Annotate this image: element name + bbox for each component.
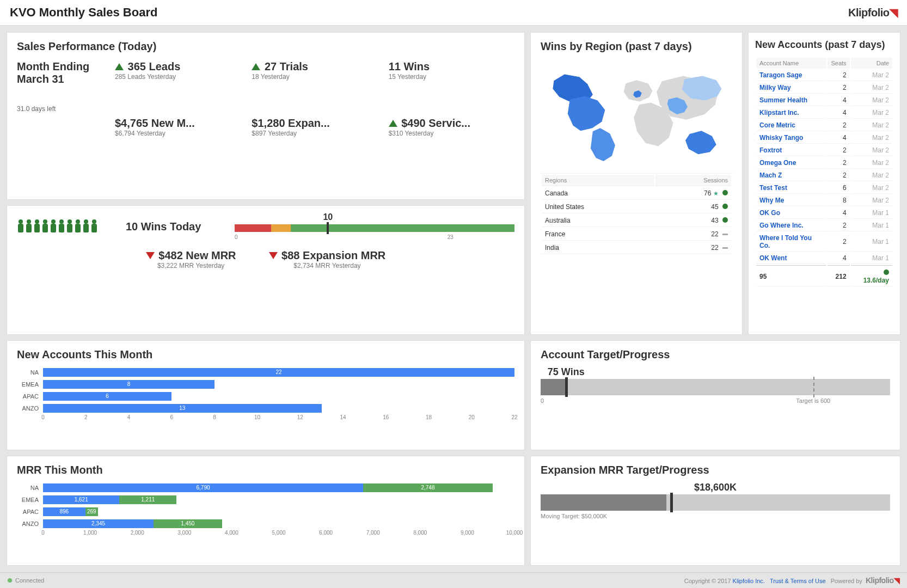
account-name[interactable]: Whisky Tango <box>756 132 826 144</box>
sales-performance-card: Sales Performance (Today) Month Ending M… <box>7 32 525 200</box>
account-date: Mar 2 <box>851 82 892 94</box>
person-icon <box>82 219 90 234</box>
person-icon <box>33 219 41 234</box>
account-seats: 2 <box>828 82 849 94</box>
account-date: Mar 2 <box>851 157 892 169</box>
account-name[interactable]: Where I Told You Co. <box>756 232 826 252</box>
account-name[interactable]: Taragon Sage <box>756 70 826 81</box>
trust-link[interactable]: Trust & Terms of Use <box>770 578 826 584</box>
person-icon <box>66 219 73 234</box>
account-row[interactable]: Go Where Inc.2Mar 1 <box>756 220 892 231</box>
connected-icon <box>8 578 12 583</box>
account-row[interactable]: Mach Z2Mar 2 <box>756 170 892 181</box>
connection-status: Connected <box>8 577 44 584</box>
up-arrow-icon <box>389 120 397 127</box>
account-seats: 6 <box>828 182 849 194</box>
mrr-sub: $2,734 MRR Yesterday <box>269 262 386 270</box>
bar-label: NA <box>17 369 43 376</box>
account-name[interactable]: Foxtrot <box>756 145 826 156</box>
account-date: Mar 2 <box>851 145 892 156</box>
account-seats: 4 <box>828 132 849 144</box>
days-left: 31.0 days left <box>17 105 104 113</box>
account-name[interactable]: Test Test <box>756 182 826 194</box>
accounts-total-seats: 212 <box>828 265 849 286</box>
trend-up-icon <box>722 217 728 223</box>
trend-up-icon <box>722 190 728 195</box>
trend-up-icon <box>722 204 728 209</box>
account-name[interactable]: Omega One <box>756 157 826 169</box>
metric-sub: 18 Yesterday <box>252 73 377 81</box>
new-accounts-chart-card: New Accounts This Month NA 22 EMEA 8 APA… <box>7 340 525 450</box>
account-row[interactable]: Summer Health4Mar 2 <box>756 95 892 106</box>
region-table: Regions Sessions Canada76 ★ United State… <box>541 173 732 255</box>
bar-row: APAC 896 269 <box>17 506 514 518</box>
company-link[interactable]: Klipfolio Inc. <box>733 578 765 584</box>
bar-row: ANZO 13 <box>17 402 514 414</box>
account-row[interactable]: Milky Way2Mar 2 <box>756 82 892 94</box>
account-seats: 2 <box>828 120 849 131</box>
account-row[interactable]: Foxtrot2Mar 2 <box>756 145 892 156</box>
account-name[interactable]: Go Where Inc. <box>756 220 826 231</box>
account-name[interactable]: Summer Health <box>756 95 826 106</box>
account-row[interactable]: Where I Told You Co.2Mar 1 <box>756 232 892 252</box>
account-seats: 2 <box>828 145 849 156</box>
account-date: Mar 2 <box>851 132 892 144</box>
account-date: Mar 1 <box>851 207 892 219</box>
region-row: Canada76 ★ <box>542 187 731 200</box>
account-name[interactable]: Mach Z <box>756 170 826 181</box>
account-row[interactable]: Omega One2Mar 2 <box>756 157 892 169</box>
month-ending-label: Month Ending March 31 <box>17 60 104 85</box>
account-seats: 2 <box>828 157 849 169</box>
expansion-target-sub: Moving Target: $50,000K <box>541 513 890 519</box>
metric-value: 27 Trials <box>252 60 377 73</box>
expansion-target-value: $18,600K <box>541 482 890 493</box>
up-arrow-icon <box>252 63 260 70</box>
account-seats: 2 <box>828 220 849 231</box>
account-date: Mar 1 <box>851 253 892 264</box>
bar-row: EMEA 8 <box>17 378 514 390</box>
account-row[interactable]: Klipstart Inc.4Mar 2 <box>756 107 892 119</box>
metric-sub: $310 Yesterday <box>389 130 514 137</box>
region-row: India22 <box>542 242 731 254</box>
account-name[interactable]: OK Went <box>756 253 826 264</box>
account-date: Mar 2 <box>851 120 892 131</box>
trend-flat-icon <box>722 247 728 249</box>
footer: Connected Copyright © 2017 Klipfolio Inc… <box>0 572 907 588</box>
wins-by-region-title: Wins by Region (past 7 days) <box>541 40 732 53</box>
down-arrow-icon <box>269 252 278 259</box>
account-row[interactable]: Why Me8Mar 2 <box>756 195 892 206</box>
person-icon <box>50 219 57 234</box>
wins-gauge: 10 023 <box>235 216 514 237</box>
account-name[interactable]: Why Me <box>756 195 826 206</box>
account-target-value: 75 Wins <box>548 366 890 378</box>
account-name[interactable]: Milky Way <box>756 82 826 94</box>
account-seats: 8 <box>828 195 849 206</box>
account-row[interactable]: Whisky Tango4Mar 2 <box>756 132 892 144</box>
account-row[interactable]: Test Test6Mar 2 <box>756 182 892 194</box>
account-row[interactable]: Core Metric2Mar 2 <box>756 120 892 131</box>
expansion-target-card: Expansion MRR Target/Progress $18,600K M… <box>530 456 900 566</box>
account-name[interactable]: Core Metric <box>756 120 826 131</box>
account-seats: 4 <box>828 107 849 119</box>
account-target-title: Account Target/Progress <box>541 348 890 361</box>
expansion-target-title: Expansion MRR Target/Progress <box>541 464 890 476</box>
metric-value: 11 Wins <box>389 60 514 73</box>
account-row[interactable]: Taragon Sage2Mar 2 <box>756 70 892 81</box>
star-icon: ★ <box>713 190 719 197</box>
new-accounts-chart-title: New Accounts This Month <box>17 348 514 361</box>
account-row[interactable]: OK Went4Mar 1 <box>756 253 892 264</box>
account-date: Mar 2 <box>851 182 892 194</box>
account-row[interactable]: OK Go4Mar 1 <box>756 207 892 219</box>
account-name[interactable]: Klipstart Inc. <box>756 107 826 119</box>
account-seats: 2 <box>828 170 849 181</box>
person-icon <box>90 219 98 234</box>
metric-sub: 15 Yesterday <box>389 73 514 81</box>
bar-label: NA <box>17 485 43 491</box>
wins-today-label: 10 Wins Today <box>126 220 224 233</box>
bar-label: ANZO <box>17 405 43 412</box>
account-name[interactable]: OK Go <box>756 207 826 219</box>
bar-row: NA 22 <box>17 366 514 378</box>
world-map <box>541 58 732 167</box>
brand-logo: Klipfolio◥ <box>848 6 897 19</box>
col-date: Date <box>851 58 892 69</box>
